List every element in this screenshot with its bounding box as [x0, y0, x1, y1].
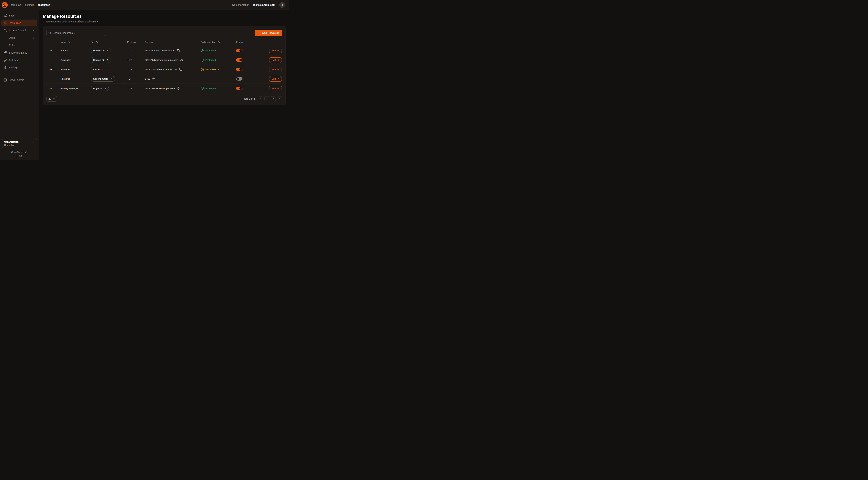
sidebar-item-label: Access Control [9, 29, 26, 32]
enabled-toggle[interactable] [236, 49, 243, 52]
sidebar-item-api-keys[interactable]: API Keys [1, 57, 37, 63]
breadcrumb-settings[interactable]: settings [25, 3, 34, 6]
page-size-select[interactable]: 20 [46, 96, 57, 101]
edit-button[interactable]: Edit [269, 76, 282, 82]
sidebar-item-resources[interactable]: Resources [1, 20, 37, 26]
edit-button[interactable]: Edit [269, 67, 282, 72]
header-authentication[interactable]: Authentication [195, 41, 231, 43]
combine-icon [4, 14, 7, 17]
header-access: Access [140, 41, 195, 43]
header-label: Authentication [201, 41, 216, 43]
arrow-up-right-icon [106, 59, 108, 61]
first-page-button[interactable] [258, 96, 263, 101]
add-resource-button[interactable]: Add Resource [255, 30, 282, 36]
row-menu-button[interactable] [49, 86, 53, 90]
site-link-button[interactable]: Home Lab [91, 57, 111, 63]
copy-button[interactable] [152, 78, 155, 80]
shield-check-icon [201, 87, 204, 90]
site-link-button[interactable]: Home Lab [91, 48, 111, 53]
auth-label: Not Protected [205, 68, 220, 71]
site-link-button[interactable]: Office [91, 67, 106, 72]
prev-page-button[interactable] [265, 96, 270, 101]
edit-button-label: Edit [272, 87, 276, 90]
ellipsis-icon [49, 59, 52, 62]
copy-icon [180, 59, 183, 61]
sidebar-item-roles[interactable]: Roles [1, 42, 37, 49]
search-box [46, 30, 106, 36]
breadcrumb-resources[interactable]: resources [38, 3, 50, 6]
row-access: https://battery.example.com [145, 87, 175, 90]
auth-label: Protected [205, 59, 216, 61]
table-row: Immich Home Lab TCP https://immich.examp… [46, 46, 282, 55]
key-icon [4, 58, 7, 62]
edit-button[interactable]: Edit [269, 57, 282, 63]
arrow-right-icon [277, 59, 279, 61]
enabled-toggle[interactable] [236, 77, 243, 81]
header-name[interactable]: Name [55, 41, 85, 43]
last-page-button[interactable] [277, 96, 282, 101]
row-access: https://authentik.example.com [145, 68, 177, 71]
arrow-right-icon [277, 50, 279, 52]
row-protocol: TCP [127, 78, 132, 80]
row-menu-button[interactable] [49, 58, 53, 62]
copy-button[interactable] [177, 49, 180, 52]
documentation-link[interactable]: Documentation [232, 3, 249, 6]
organization-selector[interactable]: Organization Home Lab [2, 139, 37, 148]
arrow-up-right-icon [110, 78, 113, 80]
enabled-toggle[interactable] [236, 87, 243, 90]
user-email[interactable]: joe@example.com [253, 3, 275, 6]
site-link-button[interactable]: Edge 01 [91, 86, 109, 91]
header-site[interactable]: Site [85, 41, 122, 43]
sidebar-item-label: Sites [9, 14, 14, 17]
search-input[interactable] [46, 30, 106, 36]
header-label: Site [91, 41, 95, 43]
header-protocol: Protocol [122, 41, 140, 43]
row-menu-button[interactable] [49, 49, 53, 53]
sidebar-item-label: Roles [9, 44, 16, 47]
plus-icon [258, 32, 260, 34]
sidebar-item-shareable-links[interactable]: Shareable Links [1, 49, 37, 56]
arrow-right-icon [277, 78, 279, 80]
sidebar-item-label: Resources [9, 22, 21, 24]
edit-button[interactable]: Edit [269, 86, 282, 91]
main-content: Manage Resources Create secure proxies t… [39, 10, 289, 160]
table-header: Name Site Protocol Access Authentication… [46, 38, 282, 46]
sort-icon [68, 41, 70, 43]
row-menu-button[interactable] [49, 77, 53, 81]
sidebar-item-users[interactable]: Users [1, 34, 37, 41]
page-title: Manage Resources [43, 14, 285, 19]
breadcrumb-separator: › [35, 3, 36, 6]
pangolin-logo [2, 2, 8, 8]
copy-button[interactable] [179, 68, 182, 71]
copy-button[interactable] [180, 59, 183, 61]
sidebar-item-settings[interactable]: Settings [1, 64, 37, 71]
enabled-toggle[interactable] [236, 68, 243, 71]
shield-check-icon [201, 58, 204, 62]
sidebar: Sites Resources Access Control Users Rol… [0, 10, 39, 160]
table-row: Authentik Office TCP https://authentik.e… [46, 65, 282, 74]
chevron-down-icon [53, 97, 55, 100]
next-page-button[interactable] [271, 96, 276, 101]
site-pill-label: Office [93, 68, 99, 71]
site-link-button[interactable]: Second Office [91, 76, 115, 82]
row-menu-button[interactable] [49, 67, 53, 72]
page-info: Page 1 of 1 [243, 97, 255, 100]
organization-label: Organization [4, 141, 19, 143]
gear-icon [4, 66, 7, 69]
sidebar-item-server-admin[interactable]: Server Admin [1, 77, 37, 84]
avatar[interactable]: J [279, 2, 285, 8]
row-access: 5432 [145, 78, 150, 80]
sidebar-item-access-control[interactable]: Access Control [1, 27, 37, 34]
chevrons-right-icon [278, 97, 281, 100]
row-protocol: TCP [127, 68, 132, 71]
enabled-toggle[interactable] [236, 58, 243, 62]
edit-button[interactable]: Edit [269, 48, 282, 53]
toggle-knob [237, 78, 239, 80]
arrow-right-icon [277, 68, 279, 70]
sidebar-item-sites[interactable]: Sites [1, 12, 37, 19]
copy-button[interactable] [177, 87, 180, 90]
breadcrumb-org[interactable]: home-lab [10, 3, 21, 6]
copy-icon [177, 49, 180, 52]
open-source-link[interactable]: Open Source [2, 151, 37, 153]
header-label: Name [60, 41, 67, 43]
